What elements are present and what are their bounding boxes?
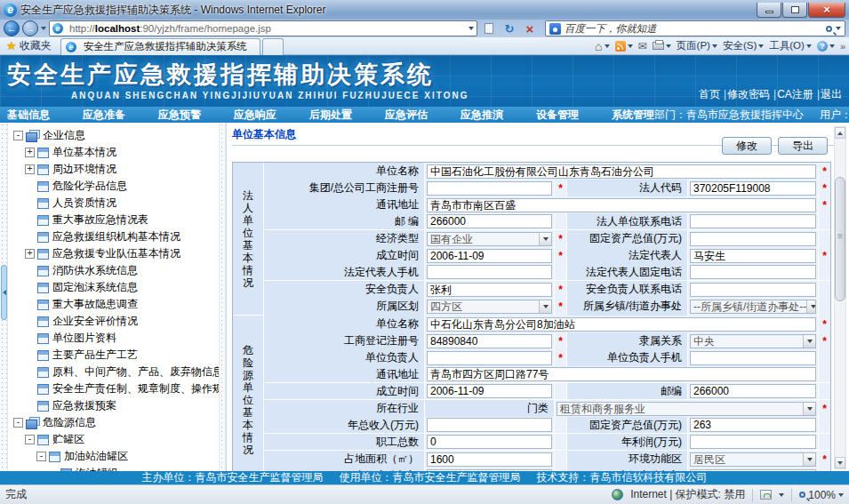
tree-item[interactable]: -加油站油罐区 [10, 448, 219, 465]
close-button[interactable]: × [808, 3, 845, 18]
tree-item[interactable]: 消防供水系统信息 [10, 262, 219, 279]
tree-item[interactable]: -危险源信息 [10, 414, 219, 431]
tree-item[interactable]: 原料、中间产物、产品、废弃物信息 [10, 364, 219, 380]
form-input[interactable]: 青岛市市南区百盛 [427, 198, 816, 212]
top-link[interactable]: 退出 [821, 88, 842, 100]
tree-item[interactable]: 应急救援预案 [10, 397, 219, 414]
form-input[interactable] [690, 435, 816, 449]
stop-button[interactable]: × [521, 20, 539, 36]
menu-item[interactable]: 系统管理 [612, 108, 654, 123]
chevron-down-icon[interactable] [803, 335, 815, 348]
tools-menu[interactable]: 工具(O) [769, 39, 812, 52]
form-input[interactable]: 2006-11-09 [427, 249, 552, 263]
tree-item[interactable]: -企业信息 [10, 127, 219, 144]
tree-item[interactable]: 安全生产责任制、规章制度、操作规程信息 [10, 380, 219, 397]
tree-item[interactable]: -贮罐区 [10, 431, 219, 448]
menu-item[interactable]: 应急推演 [461, 108, 503, 123]
feeds-button[interactable] [615, 41, 633, 52]
minimize-button[interactable] [757, 3, 781, 18]
export-button[interactable]: 导出 [778, 137, 828, 155]
chevron-down-icon[interactable] [539, 300, 551, 313]
scroll-up-icon[interactable] [835, 127, 845, 139]
menu-item[interactable]: 设备管理 [536, 108, 579, 123]
print-button[interactable] [653, 42, 671, 50]
panel-collapse-handle[interactable] [1, 265, 7, 320]
tree-item[interactable]: 应急救援组织机构基本情况 [10, 228, 219, 245]
chevron-down-icon[interactable] [803, 453, 815, 466]
favorites-star-icon[interactable]: ★ [6, 39, 17, 52]
chevron-down-icon[interactable] [539, 233, 551, 245]
form-input[interactable] [690, 232, 816, 246]
form-input[interactable] [690, 265, 816, 279]
tree-item[interactable]: 汽油罐组 [10, 465, 219, 471]
recent-pages-dropdown-icon[interactable] [41, 27, 46, 30]
zoom-level-icon[interactable] [760, 490, 772, 500]
form-select[interactable]: 居民区 [690, 452, 816, 467]
form-input[interactable]: 370205F119008 [690, 181, 816, 196]
forward-button[interactable]: → [22, 20, 38, 36]
form-select[interactable]: --所属乡镇/街道办事处-- [690, 300, 816, 314]
safety-menu[interactable]: 安全(S) [723, 39, 764, 52]
zoom-control[interactable]: 100% [799, 489, 844, 501]
refresh-button[interactable]: ↻ [501, 20, 518, 36]
top-link[interactable]: CA注册 [777, 88, 813, 100]
form-input[interactable] [427, 351, 552, 365]
tree-item[interactable]: +周边环境情况 [10, 161, 219, 178]
favorites-button[interactable]: 收藏夹 [20, 38, 52, 53]
form-select[interactable]: 租赁和商务服务业 [557, 402, 816, 416]
read-mail-button[interactable]: ✉ [638, 40, 647, 52]
form-input[interactable]: 0 [427, 435, 552, 449]
chevron-down-icon[interactable] [803, 403, 815, 415]
chevron-down-icon[interactable] [806, 300, 816, 313]
form-select[interactable]: 国有企业 [427, 232, 552, 246]
form-input[interactable]: 中国石油化工股份有限公司山东青岛石油分公司 [427, 164, 816, 179]
menu-item[interactable]: 应急响应 [234, 108, 276, 123]
modify-button[interactable]: 修改 [722, 137, 772, 155]
menu-item[interactable]: 应急评估 [385, 108, 428, 123]
new-tab-button[interactable] [262, 38, 284, 55]
scroll-down-icon[interactable] [835, 457, 845, 468]
tree-form-splitter[interactable] [219, 123, 226, 471]
menu-item[interactable]: 应急预警 [158, 108, 201, 123]
expand-box-icon[interactable]: + [25, 148, 35, 157]
menu-item[interactable]: 后期处置 [309, 108, 352, 123]
form-input[interactable]: 马安生 [690, 249, 816, 263]
help-menu[interactable]: ? [817, 41, 835, 52]
tree-item[interactable]: +单位基本情况 [10, 144, 219, 161]
search-icon[interactable] [826, 26, 832, 32]
tree-item[interactable]: 企业安全评价情况 [10, 313, 219, 330]
tree-item[interactable]: 重大事故隐患调查 [10, 296, 219, 313]
tree-item[interactable]: 危险化学品信息 [10, 178, 219, 195]
window-titlebar[interactable]: e 安全生产应急救援指挥辅助决策系统 - Windows Internet Ex… [0, 0, 849, 20]
expand-box-icon[interactable]: + [25, 249, 35, 259]
more-commands-chevron[interactable]: » [840, 41, 845, 52]
tree-item[interactable]: 固定泡沫系统信息 [10, 279, 219, 296]
form-input[interactable]: 263 [690, 418, 816, 432]
form-input[interactable] [690, 214, 816, 228]
expand-box-icon[interactable]: + [25, 164, 35, 174]
address-bar[interactable]: e http://localhost:90/yjzh/frame/homepag… [49, 20, 477, 36]
compatibility-view-button[interactable] [480, 20, 498, 36]
collapse-box-icon[interactable]: - [36, 452, 46, 461]
tree-item[interactable]: 重大事故应急情况表 [10, 212, 219, 228]
zoom-dropdown-icon[interactable] [779, 493, 784, 497]
form-input[interactable] [427, 181, 552, 196]
collapse-box-icon[interactable]: - [13, 131, 23, 140]
tree-item[interactable]: 单位图片资料 [10, 330, 219, 347]
left-splitter[interactable] [0, 123, 8, 471]
form-input[interactable] [427, 265, 552, 279]
home-button[interactable]: ⌂ [595, 41, 609, 52]
form-input[interactable]: 2006-11-09 [427, 384, 552, 398]
tree-item[interactable]: +应急救援专业队伍基本情况 [10, 245, 219, 262]
form-input[interactable] [427, 469, 552, 471]
form-select[interactable]: 四方区 [427, 300, 552, 314]
maximize-button[interactable] [782, 3, 807, 18]
form-input[interactable]: 1600 [427, 452, 552, 467]
back-button[interactable]: ← [4, 20, 20, 36]
form-input[interactable]: 中石化山东青岛分公司8加油站 [427, 317, 816, 332]
form-input[interactable]: 四方区安监局 [690, 469, 816, 471]
menu-item[interactable]: 基础信息 [7, 108, 50, 123]
menu-item[interactable]: 应急准备 [83, 108, 125, 123]
collapse-box-icon[interactable]: - [13, 418, 23, 428]
search-box[interactable]: 百度一下，你就知道 [545, 20, 845, 36]
